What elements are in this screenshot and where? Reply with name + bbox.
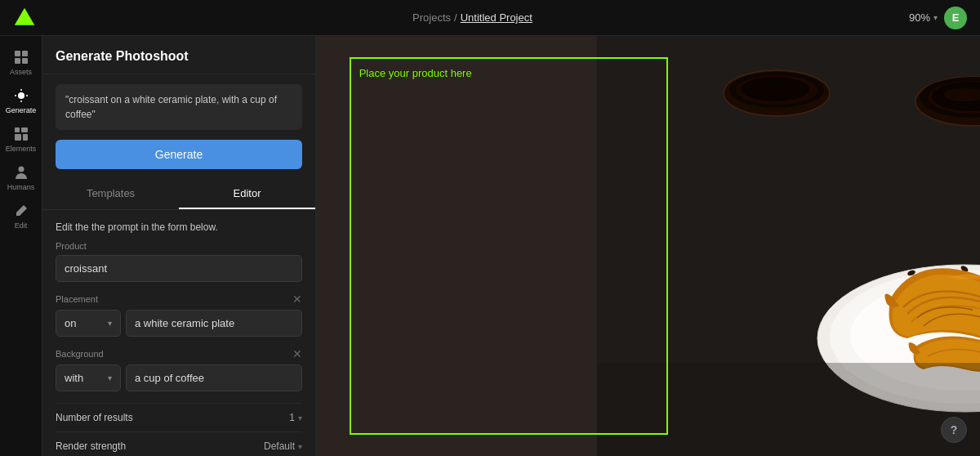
svg-rect-13 <box>23 134 28 141</box>
background-preposition-chevron-icon: ▾ <box>108 373 112 382</box>
avatar[interactable]: E <box>944 7 967 29</box>
canvas-area[interactable]: Place your product here ? <box>316 36 980 456</box>
number-of-results-value: 1 <box>289 412 295 423</box>
zoom-control[interactable]: 90% ▾ <box>909 11 938 24</box>
background-row: Background ✕ with ▾ <box>56 348 302 391</box>
editor-section: Edit the the prompt in the form below. P… <box>42 210 315 456</box>
breadcrumb-projects[interactable]: Projects <box>412 11 451 24</box>
svg-point-25 <box>741 77 809 101</box>
topbar-right: 90% ▾ E <box>909 7 967 29</box>
render-strength-label: Render strength <box>56 440 126 452</box>
sidebar-item-generate-label: Generate <box>6 106 37 114</box>
placement-text-input[interactable] <box>126 310 302 337</box>
panel: Generate Photoshoot "croissant on a whit… <box>42 36 316 456</box>
sidebar-item-assets[interactable]: Assets <box>0 42 42 81</box>
sidebar-item-edit-label: Edit <box>15 221 28 230</box>
placement-preposition-value: on <box>65 317 105 329</box>
placement-close-button[interactable]: ✕ <box>292 293 302 305</box>
panel-tabs: Templates Editor <box>42 179 315 210</box>
number-of-results-row[interactable]: Number of results 1 ▾ <box>56 403 302 431</box>
background-fields: with ▾ <box>56 364 302 391</box>
product-placeholder-text: Place your product here <box>359 67 472 79</box>
sidebar-item-elements-label: Elements <box>6 145 37 153</box>
sidebar-item-generate[interactable]: Generate <box>0 81 42 119</box>
number-of-results-value-group: 1 ▾ <box>289 412 302 423</box>
sidebar-item-elements[interactable]: Elements <box>0 119 42 158</box>
main-layout: Assets Generate Elements <box>0 36 980 456</box>
panel-title: Generate Photoshoot <box>42 36 315 74</box>
render-strength-value: Default <box>264 440 295 452</box>
tab-editor[interactable]: Editor <box>179 179 315 209</box>
background-preposition-select[interactable]: with ▾ <box>56 364 121 391</box>
placement-label: Placement <box>56 294 98 304</box>
product-placement-box[interactable]: Place your product here <box>350 57 668 436</box>
placement-header: Placement ✕ <box>56 293 302 305</box>
background-preposition-value: with <box>65 372 105 384</box>
product-input[interactable] <box>56 255 302 282</box>
editor-section-title: Edit the the prompt in the form below. <box>56 221 302 233</box>
background-header: Background ✕ <box>56 348 302 360</box>
svg-rect-3 <box>15 58 20 64</box>
product-label: Product <box>56 241 302 251</box>
assets-icon <box>13 49 29 65</box>
sidebar-item-humans-label: Humans <box>7 183 35 191</box>
sidebar-item-humans[interactable]: Humans <box>0 158 42 196</box>
background-text-input[interactable] <box>126 364 302 391</box>
background-close-button[interactable]: ✕ <box>292 348 302 360</box>
help-button[interactable]: ? <box>941 417 967 443</box>
svg-rect-11 <box>21 127 28 132</box>
prompt-display: "croissant on a white ceramic plate, wit… <box>56 84 302 130</box>
zoom-level: 90% <box>909 11 930 24</box>
placement-preposition-select[interactable]: on ▾ <box>56 310 121 337</box>
humans-icon <box>13 164 29 181</box>
svg-rect-10 <box>15 127 20 132</box>
topbar: Projects / Untitled Project 90% ▾ E <box>0 0 980 36</box>
svg-rect-2 <box>22 51 28 56</box>
svg-marker-0 <box>15 7 35 25</box>
breadcrumb-separator: / <box>454 11 457 24</box>
generate-button[interactable]: Generate <box>56 140 302 169</box>
logo[interactable] <box>13 7 36 29</box>
render-strength-value-group: Default ▾ <box>264 440 302 452</box>
breadcrumb-current[interactable]: Untitled Project <box>461 11 532 24</box>
background-label: Background <box>56 349 104 359</box>
breadcrumb: Projects / Untitled Project <box>412 11 532 24</box>
number-of-results-label: Number of results <box>56 412 133 423</box>
sidebar-item-assets-label: Assets <box>10 68 32 76</box>
help-icon: ? <box>951 423 958 436</box>
product-field-group: Product <box>56 241 302 282</box>
number-of-results-chevron-icon: ▾ <box>298 414 302 422</box>
tab-templates[interactable]: Templates <box>42 179 179 209</box>
svg-point-14 <box>18 167 24 172</box>
placement-fields: on ▾ <box>56 310 302 337</box>
svg-point-5 <box>18 92 24 99</box>
render-strength-row[interactable]: Render strength Default ▾ <box>56 431 302 456</box>
left-nav: Assets Generate Elements <box>0 36 42 456</box>
svg-rect-4 <box>22 58 28 64</box>
svg-rect-1 <box>15 51 20 56</box>
svg-rect-12 <box>15 134 21 141</box>
generate-icon <box>13 87 29 104</box>
elements-icon <box>13 126 29 142</box>
render-strength-chevron-icon: ▾ <box>298 442 302 451</box>
zoom-chevron-icon: ▾ <box>933 13 938 22</box>
sidebar-item-edit[interactable]: Edit <box>0 196 42 235</box>
avatar-initial: E <box>952 11 960 24</box>
placement-preposition-chevron-icon: ▾ <box>108 319 112 328</box>
edit-icon <box>13 203 29 219</box>
placement-row: Placement ✕ on ▾ <box>56 293 302 337</box>
